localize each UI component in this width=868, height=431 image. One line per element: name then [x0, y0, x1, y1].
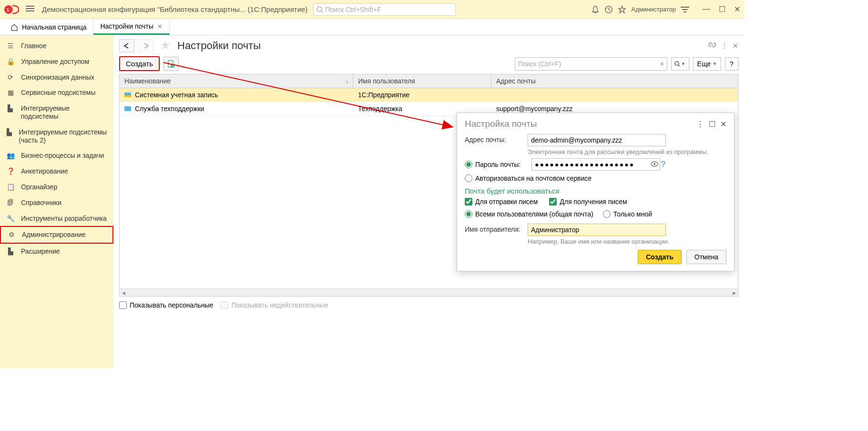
sidebar-item-organizer[interactable]: 📋Органайзер [0, 179, 113, 195]
email-label: Адрес почты: [465, 134, 528, 144]
dialog-maximize-icon[interactable]: ☐ [709, 120, 715, 129]
global-search[interactable]: Поиск Ctrl+Shift+F [313, 3, 456, 16]
sidebar-item-access[interactable]: 🔒Управление доступом [0, 54, 113, 70]
sidebar-item-refs[interactable]: 🗐Справочники [0, 195, 113, 211]
eye-icon[interactable] [651, 161, 658, 168]
sidebar-item-integrated2[interactable]: ▙Интегрируемые подсистемы (часть 2) [0, 124, 113, 148]
dialog-create-button[interactable]: Создать [638, 250, 682, 264]
list-icon: ☰ [6, 42, 15, 50]
tab-close-icon[interactable]: ✕ [157, 23, 163, 30]
more-vert-icon[interactable]: ⋮ [721, 42, 728, 50]
nav-forward-button[interactable] [138, 39, 153, 52]
dialog-title: Настройка почты [465, 119, 692, 129]
dialog-close-icon[interactable]: ✕ [720, 120, 726, 129]
sidebar-item-main[interactable]: ☰Главное [0, 38, 113, 54]
create-button[interactable]: Создать [119, 56, 160, 71]
show-inactive-checkbox[interactable]: Показывать недействительные [221, 301, 328, 309]
sidebar-item-sync[interactable]: ⟳Синхронизация данных [0, 70, 113, 85]
page-title: Настройки почты [177, 40, 261, 52]
sort-arrow-icon: ↓ [346, 77, 349, 85]
sidebar: ☰Главное 🔒Управление доступом ⟳Синхрониз… [0, 35, 113, 368]
all-users-radio[interactable]: Всеми пользователями (общая почта) [465, 210, 593, 218]
svg-line-15 [678, 65, 680, 66]
svg-text:+: + [172, 64, 174, 68]
show-personal-checkbox[interactable]: Показывать персональные [119, 301, 213, 309]
more-button[interactable]: Еще▼ [693, 57, 721, 71]
blocks-icon: ▙ [6, 104, 15, 113]
search-dropdown-button[interactable]: ▼ [671, 57, 689, 71]
help-link-icon[interactable]: ? [661, 160, 665, 169]
auth-service-radio[interactable] [465, 174, 472, 182]
dialog-cancel-button[interactable]: Отмена [686, 250, 726, 264]
receive-checkbox[interactable]: Для получения писем [549, 198, 627, 205]
mail-setup-dialog: Настройка почты ⋮ ☐ ✕ Адрес почты: Элект… [457, 113, 735, 271]
sidebar-item-service[interactable]: ▦Сервисные подсистемы [0, 85, 113, 101]
auth-radio-label: Авторизоваться на почтовом сервисе [475, 174, 592, 182]
send-checkbox[interactable]: Для отправки писем [465, 198, 538, 205]
close-page-icon[interactable]: ✕ [733, 42, 738, 50]
close-button[interactable]: ✕ [734, 5, 740, 14]
tab-mail-settings[interactable]: Настройки почты ✕ [93, 19, 169, 35]
table-row[interactable]: Системная учетная запись 1С:Предприятие [120, 88, 738, 102]
titlebar-controls: Администратор — ☐ ✕ [591, 5, 740, 14]
star-icon[interactable] [618, 5, 626, 14]
account-icon [124, 106, 131, 111]
question-icon: ❓ [6, 167, 15, 175]
sidebar-item-devtools[interactable]: 🔧Инструменты разработчика [0, 211, 113, 226]
email-hint: Электронная почта для рассылки уведомлен… [528, 148, 726, 155]
minimize-button[interactable]: — [703, 5, 710, 14]
settings-lines-icon[interactable] [681, 6, 689, 13]
bell-icon[interactable] [591, 5, 600, 14]
col-user-header[interactable]: Имя пользователя [353, 74, 491, 88]
favorite-star-icon[interactable] [160, 40, 171, 52]
email-input[interactable] [528, 134, 666, 146]
sidebar-item-bp[interactable]: 👥Бизнес-процессы и задачи [0, 148, 113, 164]
pwd-radio[interactable] [465, 161, 472, 168]
tabs-row: Начальная страница Настройки почты ✕ [0, 19, 744, 35]
scroll-left-icon[interactable]: ◂ [120, 289, 127, 297]
search-icon [317, 6, 323, 13]
new-doc-button[interactable]: + [163, 57, 179, 71]
tab-home-label: Начальная страница [22, 23, 86, 31]
search-placeholder: Поиск (Ctrl+F) [518, 60, 562, 68]
link-icon[interactable] [708, 41, 716, 51]
table-scrollbar[interactable]: ◂ ▸ [120, 288, 738, 296]
clear-search-icon[interactable]: × [660, 60, 664, 68]
tab-home[interactable]: Начальная страница [4, 19, 93, 35]
maximize-button[interactable]: ☐ [719, 5, 725, 14]
usage-section-title: Почта будет использоваться [465, 187, 726, 195]
content: Настройки почты ⋮ ✕ Создать + Поиск (Ctr… [113, 35, 744, 368]
scroll-right-icon[interactable]: ▸ [730, 289, 738, 297]
nav-back-button[interactable] [119, 39, 134, 52]
dialog-more-icon[interactable]: ⋮ [696, 120, 704, 129]
sidebar-item-survey[interactable]: ❓Анкетирование [0, 164, 113, 179]
lock-icon: 🔒 [6, 58, 15, 66]
sidebar-item-admin[interactable]: ⚙Администрирование [0, 226, 113, 244]
titlebar: 1 Демонстрационная конфигурация "Библиот… [0, 0, 744, 19]
grid-icon: ▦ [6, 89, 15, 97]
col-name-header[interactable]: Наименование↓ [120, 74, 353, 88]
only-me-radio[interactable]: Только мной [603, 210, 652, 218]
user-name[interactable]: Администратор [631, 6, 676, 13]
list-search-input[interactable]: Поиск (Ctrl+F) × [515, 57, 667, 71]
search-placeholder: Поиск Ctrl+Shift+F [325, 6, 381, 13]
menu-icon[interactable] [26, 5, 34, 13]
clipboard-icon: 📋 [6, 183, 15, 191]
wrench-icon: 🔧 [6, 215, 15, 223]
svg-point-18 [654, 163, 655, 165]
home-icon [10, 23, 18, 31]
sender-input[interactable] [528, 224, 666, 236]
sidebar-item-extension[interactable]: ▙Расширение [0, 244, 113, 259]
gear-icon: ⚙ [7, 231, 16, 239]
search-icon [674, 61, 680, 67]
sidebar-item-integrated[interactable]: ▙Интегрируемые подсистемы [0, 101, 113, 124]
help-button[interactable]: ? [725, 57, 738, 71]
col-email-header[interactable]: Адрес почты [491, 74, 738, 88]
pwd-radio-label: Пароль почты: [475, 161, 529, 168]
blocks-icon: ▙ [6, 247, 15, 256]
people-icon: 👥 [6, 152, 15, 160]
history-icon[interactable] [604, 5, 613, 14]
svg-line-6 [321, 11, 323, 13]
app-title: Демонстрационная конфигурация "Библиотек… [42, 5, 307, 13]
password-input[interactable] [531, 158, 660, 171]
